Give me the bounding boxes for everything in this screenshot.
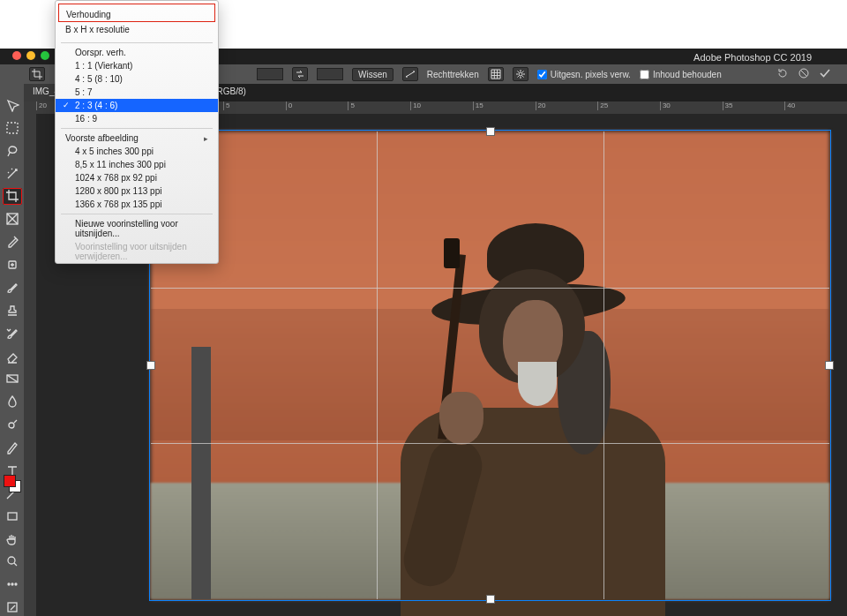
tool-rectangle[interactable] <box>3 507 22 525</box>
ratio-option[interactable]: Nieuwe voorinstelling voor uitsnijden... <box>56 217 218 240</box>
crop-icon <box>32 69 42 79</box>
stamp-icon <box>5 304 19 318</box>
tool-crop[interactable] <box>3 188 22 206</box>
tool-stamp[interactable] <box>3 302 22 319</box>
ratio-option[interactable]: 8,5 x 11 inches 300 ppi <box>56 158 218 171</box>
cancel-crop-button[interactable] <box>798 67 810 81</box>
chevron-right-icon: ▸ <box>204 134 208 143</box>
aspect-ratio-dropdown: Verhouding B x H x resolutie Oorspr. ver… <box>55 0 219 264</box>
eraser-icon <box>5 349 19 364</box>
move-icon <box>5 98 19 112</box>
ratio-option[interactable]: Oorspr. verh. <box>56 46 218 59</box>
dropdown-section-front-image-label: Voorste afbeelding <box>65 133 139 143</box>
crop-width-input[interactable] <box>257 68 283 80</box>
swap-dimensions-button[interactable] <box>292 67 308 81</box>
tool-edit-toolbar[interactable] <box>3 598 22 616</box>
app-title: Adobe Photoshop CC 2019 <box>693 52 812 63</box>
tool-lasso[interactable] <box>3 142 22 160</box>
ratio-option[interactable]: 4 x 5 inches 300 ppi <box>56 145 218 158</box>
hand-icon <box>5 532 19 546</box>
ratio-option[interactable]: 1024 x 768 px 92 ppi <box>56 171 218 184</box>
tool-gradient[interactable] <box>3 371 22 388</box>
wand-icon <box>5 167 19 181</box>
crop-handle-right[interactable] <box>825 361 834 370</box>
foreground-color-swatch[interactable] <box>4 475 16 487</box>
tool-zoom[interactable] <box>3 553 22 571</box>
tool-blur[interactable] <box>3 393 22 410</box>
svg-rect-12 <box>8 603 17 612</box>
svg-rect-7 <box>8 513 17 520</box>
content-aware-checkbox[interactable]: Inhoud behouden <box>640 70 722 79</box>
tool-hand[interactable] <box>3 530 22 548</box>
tool-move[interactable] <box>3 96 22 114</box>
svg-point-6 <box>9 423 14 428</box>
tool-eraser[interactable] <box>3 348 22 365</box>
commit-icon <box>819 67 831 79</box>
delete-cropped-pixels-checkbox[interactable]: Uitgesn. pixels verw. <box>537 70 631 79</box>
crop-height-input[interactable] <box>317 68 343 80</box>
edit-toolbar-icon <box>5 600 19 614</box>
svg-point-10 <box>11 583 13 585</box>
straighten-button[interactable] <box>402 67 418 81</box>
content-aware-label: Inhoud behouden <box>653 70 722 79</box>
ratio-option[interactable]: 16 : 9 <box>56 112 218 125</box>
ruler-tick: 20 <box>536 101 598 110</box>
reset-crop-button[interactable] <box>776 67 789 81</box>
lasso-icon <box>5 144 19 158</box>
clear-button[interactable]: Wissen <box>352 68 394 81</box>
ellipsis-icon <box>5 577 19 591</box>
pen-icon <box>5 440 19 454</box>
close-window-button[interactable] <box>12 51 21 60</box>
tool-dodge[interactable] <box>3 416 22 433</box>
crop-icon <box>5 189 19 203</box>
crop-handle-left[interactable] <box>146 361 155 370</box>
ratio-option[interactable]: 4 : 5 (8 : 10) <box>56 72 218 86</box>
ruler-tick: 35 <box>723 101 785 110</box>
frame-icon <box>5 212 19 226</box>
eyedropper-icon <box>5 235 19 249</box>
ratio-option[interactable]: 1280 x 800 px 113 ppi <box>56 184 218 198</box>
tool-wand[interactable] <box>3 165 22 183</box>
marquee-icon <box>5 121 19 135</box>
ratio-option: Voorinstelling voor uitsnijden verwijder… <box>56 240 218 263</box>
crop-handle-bottom[interactable] <box>486 595 495 604</box>
maximize-window-button[interactable] <box>41 51 49 60</box>
brush-icon <box>5 281 19 295</box>
document-image <box>151 131 829 599</box>
svg-point-0 <box>519 72 522 76</box>
svg-point-11 <box>15 583 17 585</box>
straighten-icon <box>405 70 416 79</box>
overlay-options-button[interactable] <box>488 67 504 81</box>
tool-frame[interactable] <box>3 210 22 228</box>
crop-region[interactable] <box>151 131 829 599</box>
gear-icon <box>515 69 526 79</box>
crop-options-gear-button[interactable] <box>513 67 528 81</box>
ruler-tick: 25 <box>597 101 660 110</box>
commit-crop-button[interactable] <box>819 67 831 81</box>
heal-icon <box>5 258 19 272</box>
dropdown-section-front-image[interactable]: Voorste afbeelding ▸ <box>56 131 218 145</box>
window-controls <box>12 51 49 60</box>
tool-marquee[interactable] <box>3 119 22 137</box>
ratio-option[interactable]: ✓2 : 3 (4 : 6) <box>56 99 218 112</box>
zoom-icon <box>5 554 19 568</box>
tool-pen[interactable] <box>3 439 22 456</box>
tool-ellipsis[interactable] <box>3 575 22 593</box>
ratio-option[interactable]: 5 : 7 <box>56 86 218 99</box>
tool-brush[interactable] <box>3 279 22 297</box>
minimize-window-button[interactable] <box>26 51 35 60</box>
tool-history-brush[interactable] <box>3 325 22 342</box>
history-brush-icon <box>5 327 19 341</box>
dropdown-subheader: B x H x resolutie <box>56 25 218 40</box>
overlay-icon <box>491 69 501 79</box>
crop-handle-top[interactable] <box>486 127 495 136</box>
ruler-tick: 40 <box>784 101 847 110</box>
cancel-icon <box>798 67 810 79</box>
tool-heal[interactable] <box>3 256 22 274</box>
ratio-option[interactable]: 1 : 1 (Vierkant) <box>56 59 218 72</box>
tool-eyedropper[interactable] <box>3 233 22 251</box>
ratio-option[interactable]: 1366 x 768 px 135 ppi <box>56 198 218 211</box>
svg-rect-2 <box>7 123 18 133</box>
ruler-tick: 10 <box>410 101 473 110</box>
ruler-tick: 15 <box>473 101 536 110</box>
